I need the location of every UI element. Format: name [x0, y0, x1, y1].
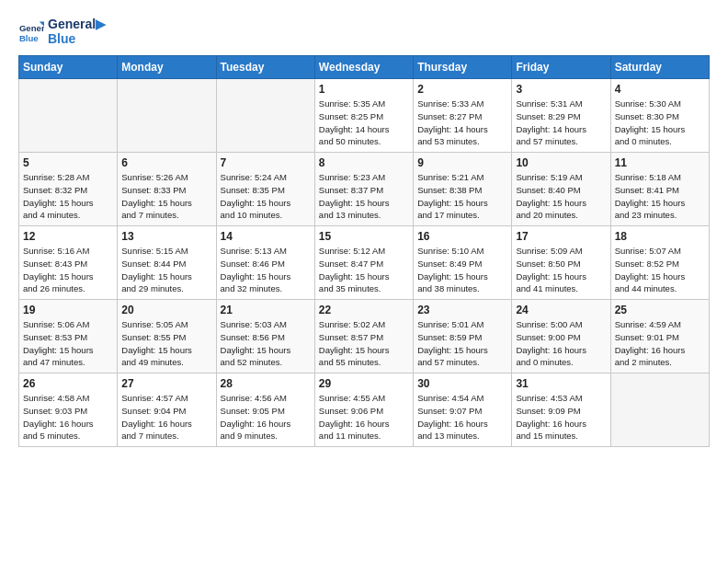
calendar-week-row: 5Sunrise: 5:28 AM Sunset: 8:32 PM Daylig… [19, 153, 710, 226]
day-info: Sunrise: 5:19 AM Sunset: 8:40 PM Dayligh… [516, 171, 606, 222]
calendar-cell: 21Sunrise: 5:03 AM Sunset: 8:56 PM Dayli… [216, 300, 314, 373]
day-number: 27 [121, 377, 211, 390]
day-info: Sunrise: 5:16 AM Sunset: 8:43 PM Dayligh… [23, 245, 113, 295]
calendar-header-row: SundayMondayTuesdayWednesdayThursdayFrid… [19, 56, 710, 79]
svg-text:Blue: Blue [19, 33, 39, 43]
calendar-cell: 23Sunrise: 5:01 AM Sunset: 8:59 PM Dayli… [414, 300, 512, 373]
logo-icon: General Blue [18, 18, 44, 44]
calendar-cell: 9Sunrise: 5:21 AM Sunset: 8:38 PM Daylig… [414, 153, 512, 226]
calendar-page: General Blue General▶ Blue SundayMondayT… [0, 0, 728, 456]
day-number: 11 [615, 156, 705, 169]
day-info: Sunrise: 4:57 AM Sunset: 9:04 PM Dayligh… [121, 392, 211, 442]
day-number: 23 [417, 304, 507, 316]
day-number: 30 [417, 377, 507, 390]
calendar-cell: 17Sunrise: 5:09 AM Sunset: 8:50 PM Dayli… [512, 226, 610, 300]
calendar-week-row: 12Sunrise: 5:16 AM Sunset: 8:43 PM Dayli… [19, 226, 710, 300]
day-info: Sunrise: 5:02 AM Sunset: 8:57 PM Dayligh… [319, 318, 409, 369]
calendar-cell: 20Sunrise: 5:05 AM Sunset: 8:55 PM Dayli… [118, 300, 216, 373]
calendar-cell [19, 79, 118, 153]
day-number: 20 [121, 304, 211, 316]
calendar-cell: 6Sunrise: 5:26 AM Sunset: 8:33 PM Daylig… [118, 153, 216, 226]
calendar-cell: 11Sunrise: 5:18 AM Sunset: 8:41 PM Dayli… [610, 153, 709, 226]
calendar-cell: 30Sunrise: 4:54 AM Sunset: 9:07 PM Dayli… [414, 373, 512, 447]
day-info: Sunrise: 5:01 AM Sunset: 8:59 PM Dayligh… [417, 318, 507, 369]
day-info: Sunrise: 5:28 AM Sunset: 8:32 PM Dayligh… [23, 171, 113, 222]
day-info: Sunrise: 5:15 AM Sunset: 8:44 PM Dayligh… [121, 245, 211, 295]
calendar-cell: 1Sunrise: 5:35 AM Sunset: 8:25 PM Daylig… [314, 79, 413, 153]
calendar-cell: 14Sunrise: 5:13 AM Sunset: 8:46 PM Dayli… [216, 226, 314, 300]
day-info: Sunrise: 5:09 AM Sunset: 8:50 PM Dayligh… [516, 245, 606, 295]
calendar-cell: 12Sunrise: 5:16 AM Sunset: 8:43 PM Dayli… [19, 226, 118, 300]
day-number: 15 [319, 230, 409, 243]
logo-text: General▶ Blue [48, 17, 106, 46]
logo: General Blue General▶ Blue [18, 17, 106, 46]
day-info: Sunrise: 5:10 AM Sunset: 8:49 PM Dayligh… [417, 245, 507, 295]
day-number: 2 [417, 83, 507, 96]
day-number: 13 [121, 230, 211, 243]
day-info: Sunrise: 4:53 AM Sunset: 9:09 PM Dayligh… [516, 392, 606, 442]
svg-text:General: General [19, 23, 44, 33]
day-number: 12 [23, 230, 113, 243]
calendar-week-row: 1Sunrise: 5:35 AM Sunset: 8:25 PM Daylig… [19, 79, 710, 153]
day-of-week-header: Friday [512, 56, 610, 79]
day-info: Sunrise: 5:03 AM Sunset: 8:56 PM Dayligh… [221, 318, 311, 369]
day-of-week-header: Thursday [414, 56, 512, 79]
day-info: Sunrise: 4:54 AM Sunset: 9:07 PM Dayligh… [417, 392, 507, 442]
calendar-cell: 22Sunrise: 5:02 AM Sunset: 8:57 PM Dayli… [314, 300, 413, 373]
day-info: Sunrise: 5:05 AM Sunset: 8:55 PM Dayligh… [121, 318, 211, 369]
day-number: 22 [319, 304, 409, 316]
calendar-cell: 10Sunrise: 5:19 AM Sunset: 8:40 PM Dayli… [512, 153, 610, 226]
day-info: Sunrise: 5:33 AM Sunset: 8:27 PM Dayligh… [417, 98, 507, 148]
day-info: Sunrise: 5:21 AM Sunset: 8:38 PM Dayligh… [417, 171, 507, 222]
day-number: 6 [121, 156, 211, 169]
day-of-week-header: Monday [118, 56, 216, 79]
calendar-cell: 15Sunrise: 5:12 AM Sunset: 8:47 PM Dayli… [314, 226, 413, 300]
day-of-week-header: Saturday [610, 56, 709, 79]
day-number: 14 [221, 230, 311, 243]
day-number: 7 [221, 156, 311, 169]
day-info: Sunrise: 5:31 AM Sunset: 8:29 PM Dayligh… [516, 98, 606, 148]
day-of-week-header: Wednesday [314, 56, 413, 79]
calendar-cell: 25Sunrise: 4:59 AM Sunset: 9:01 PM Dayli… [610, 300, 709, 373]
day-number: 1 [319, 83, 409, 96]
calendar-cell: 31Sunrise: 4:53 AM Sunset: 9:09 PM Dayli… [512, 373, 610, 447]
calendar-week-row: 19Sunrise: 5:06 AM Sunset: 8:53 PM Dayli… [19, 300, 710, 373]
day-number: 19 [23, 304, 113, 316]
calendar-cell: 19Sunrise: 5:06 AM Sunset: 8:53 PM Dayli… [19, 300, 118, 373]
day-info: Sunrise: 5:35 AM Sunset: 8:25 PM Dayligh… [319, 98, 409, 148]
day-number: 3 [516, 83, 606, 96]
calendar-cell: 5Sunrise: 5:28 AM Sunset: 8:32 PM Daylig… [19, 153, 118, 226]
calendar-cell [216, 79, 314, 153]
calendar-cell: 2Sunrise: 5:33 AM Sunset: 8:27 PM Daylig… [414, 79, 512, 153]
day-of-week-header: Tuesday [216, 56, 314, 79]
day-info: Sunrise: 5:26 AM Sunset: 8:33 PM Dayligh… [121, 171, 211, 222]
calendar-cell: 27Sunrise: 4:57 AM Sunset: 9:04 PM Dayli… [118, 373, 216, 447]
day-info: Sunrise: 5:18 AM Sunset: 8:41 PM Dayligh… [615, 171, 705, 222]
calendar-cell: 26Sunrise: 4:58 AM Sunset: 9:03 PM Dayli… [19, 373, 118, 447]
calendar-cell [610, 373, 709, 447]
calendar-cell: 8Sunrise: 5:23 AM Sunset: 8:37 PM Daylig… [314, 153, 413, 226]
calendar-cell: 24Sunrise: 5:00 AM Sunset: 9:00 PM Dayli… [512, 300, 610, 373]
calendar-cell: 28Sunrise: 4:56 AM Sunset: 9:05 PM Dayli… [216, 373, 314, 447]
day-info: Sunrise: 4:58 AM Sunset: 9:03 PM Dayligh… [23, 392, 113, 442]
day-number: 31 [516, 377, 606, 390]
day-number: 16 [417, 230, 507, 243]
calendar-cell: 7Sunrise: 5:24 AM Sunset: 8:35 PM Daylig… [216, 153, 314, 226]
day-number: 5 [23, 156, 113, 169]
day-info: Sunrise: 5:13 AM Sunset: 8:46 PM Dayligh… [221, 245, 311, 295]
day-number: 28 [221, 377, 311, 390]
day-info: Sunrise: 5:00 AM Sunset: 9:00 PM Dayligh… [516, 318, 606, 369]
day-info: Sunrise: 5:12 AM Sunset: 8:47 PM Dayligh… [319, 245, 409, 295]
day-number: 24 [516, 304, 606, 316]
day-info: Sunrise: 5:07 AM Sunset: 8:52 PM Dayligh… [615, 245, 705, 295]
day-number: 29 [319, 377, 409, 390]
day-info: Sunrise: 4:59 AM Sunset: 9:01 PM Dayligh… [615, 318, 705, 369]
day-info: Sunrise: 4:56 AM Sunset: 9:05 PM Dayligh… [221, 392, 311, 442]
day-number: 4 [615, 83, 705, 96]
calendar-cell: 13Sunrise: 5:15 AM Sunset: 8:44 PM Dayli… [118, 226, 216, 300]
day-info: Sunrise: 5:30 AM Sunset: 8:30 PM Dayligh… [615, 98, 705, 148]
calendar-week-row: 26Sunrise: 4:58 AM Sunset: 9:03 PM Dayli… [19, 373, 710, 447]
calendar-cell: 3Sunrise: 5:31 AM Sunset: 8:29 PM Daylig… [512, 79, 610, 153]
calendar-cell: 4Sunrise: 5:30 AM Sunset: 8:30 PM Daylig… [610, 79, 709, 153]
day-info: Sunrise: 5:23 AM Sunset: 8:37 PM Dayligh… [319, 171, 409, 222]
